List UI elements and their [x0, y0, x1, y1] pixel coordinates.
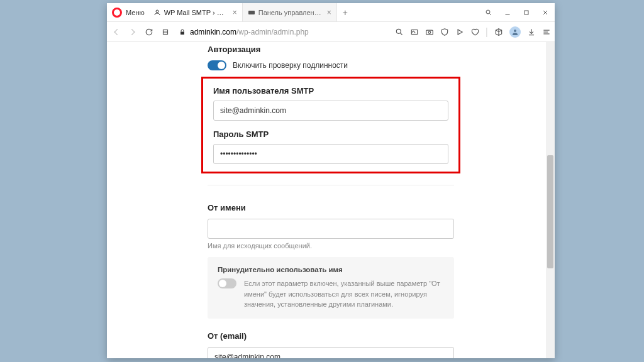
from-email-section: От (email) Адрес электронной почты для и…: [107, 325, 555, 359]
forward-button[interactable]: [127, 26, 138, 38]
toolbar-icons: |: [395, 26, 551, 38]
from-email-input[interactable]: [208, 347, 454, 359]
url-field[interactable]: adminkin.com/wp-admin/admin.php: [176, 28, 390, 36]
home-button[interactable]: [160, 26, 171, 38]
auth-toggle-label: Включить проверку подлинности: [233, 61, 348, 70]
from-email-label: От (email): [208, 331, 454, 341]
svg-rect-1: [248, 11, 255, 14]
url-text: adminkin.com/wp-admin/admin.php: [190, 28, 309, 36]
scrollbar[interactable]: [546, 42, 555, 358]
credentials-highlight: Имя пользователя SMTP Пароль SMTP: [201, 77, 460, 173]
close-icon[interactable]: ×: [327, 8, 331, 17]
auth-section: Авторизация Включить проверку подлинност…: [107, 42, 555, 70]
svg-marker-16: [458, 29, 462, 34]
menu-icon[interactable]: [542, 28, 551, 36]
opera-logo-icon: [112, 8, 122, 18]
panel-icon: [248, 9, 255, 16]
close-icon[interactable]: ×: [233, 8, 237, 17]
svg-point-11: [396, 29, 401, 33]
svg-point-2: [486, 10, 490, 14]
search-button[interactable]: [479, 3, 498, 22]
person-icon: [153, 9, 161, 16]
auth-toggle-row: Включить проверку подлинности: [208, 60, 454, 70]
svg-rect-10: [180, 31, 184, 35]
force-name-box: Принудительно использовать имя Если этот…: [208, 257, 454, 319]
back-button[interactable]: [111, 26, 122, 38]
lock-icon: [179, 28, 186, 36]
download-icon[interactable]: [527, 28, 536, 36]
scrollbar-thumb[interactable]: [547, 155, 553, 268]
smtp-user-label: Имя пользователя SMTP: [213, 86, 448, 96]
tab-wpmail[interactable]: WP Mail SMTP › Мастер ус ×: [148, 3, 243, 21]
page-content: Авторизация Включить проверку подлинност…: [107, 42, 555, 358]
tab-title: WP Mail SMTP › Мастер ус: [164, 9, 230, 16]
window-controls: [479, 3, 555, 22]
avatar[interactable]: [509, 26, 521, 38]
force-name-toggle[interactable]: [218, 278, 236, 288]
search-icon[interactable]: [395, 28, 404, 36]
addressbar: adminkin.com/wp-admin/admin.php |: [107, 22, 555, 42]
smtp-pass-label: Пароль SMTP: [213, 129, 448, 139]
reload-button[interactable]: [143, 26, 155, 38]
tab-title: Панель управления VH: [258, 9, 324, 16]
svg-rect-5: [525, 11, 528, 14]
maximize-button[interactable]: [517, 3, 536, 22]
from-name-help: Имя для исходящих сообщений.: [208, 242, 454, 250]
from-name-input[interactable]: [208, 219, 454, 239]
from-name-section: От имени Имя для исходящих сообщений. Пр…: [107, 197, 555, 325]
menu-button[interactable]: Меню: [126, 9, 145, 16]
force-name-desc: Если этот параметр включен, указанный вы…: [244, 278, 444, 310]
svg-rect-14: [426, 30, 433, 35]
titlebar: Меню WP Mail SMTP › Мастер ус × Панель у…: [107, 3, 555, 22]
smtp-user-input[interactable]: [213, 101, 448, 121]
heart-icon[interactable]: [470, 28, 479, 36]
svg-line-12: [401, 33, 402, 35]
camera-icon[interactable]: [425, 28, 434, 36]
new-tab-button[interactable]: +: [337, 8, 353, 18]
svg-point-0: [156, 10, 158, 13]
minimize-button[interactable]: [498, 3, 517, 22]
browser-window: Меню WP Mail SMTP › Мастер ус × Панель у…: [107, 3, 555, 358]
shield-icon[interactable]: [440, 28, 449, 36]
svg-line-3: [490, 13, 492, 15]
force-name-title: Принудительно использовать имя: [218, 266, 444, 273]
auth-heading: Авторизация: [208, 45, 454, 54]
cube-icon[interactable]: [494, 28, 503, 36]
divider: [208, 185, 454, 185]
close-button[interactable]: [536, 3, 555, 22]
play-icon[interactable]: [455, 28, 464, 36]
tab-vh[interactable]: Панель управления VH ×: [243, 3, 337, 21]
smtp-pass-input[interactable]: [213, 144, 448, 164]
svg-point-15: [428, 31, 431, 33]
auth-toggle[interactable]: [208, 60, 226, 70]
svg-point-17: [514, 30, 516, 32]
screenshot-icon[interactable]: [410, 28, 419, 36]
tabs: WP Mail SMTP › Мастер ус × Панель управл…: [148, 3, 479, 21]
from-name-label: От имени: [208, 203, 454, 212]
